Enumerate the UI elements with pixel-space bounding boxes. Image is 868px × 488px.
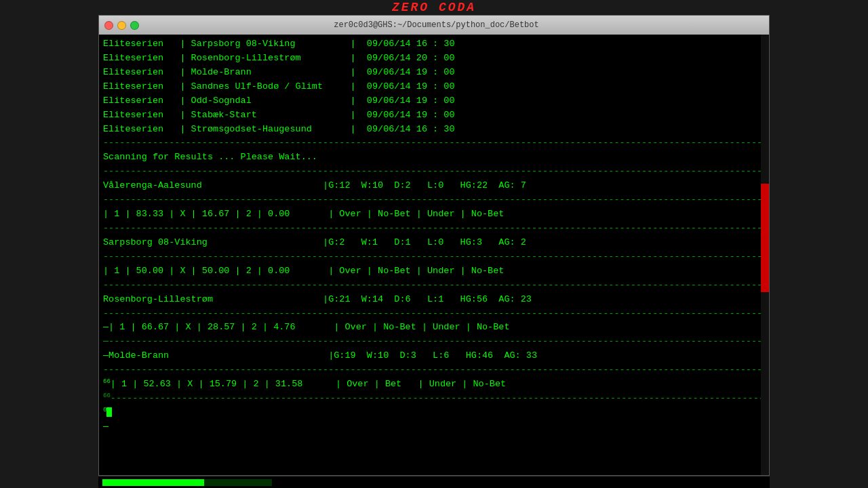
bottom-bar — [98, 476, 770, 488]
terminal-window: zer0c0d3@GHS:~/Documents/python_doc/Betb… — [98, 15, 770, 476]
zero-code-title: ZERO CODA — [392, 1, 476, 14]
terminal-cursor — [106, 407, 112, 417]
result-odds-3: ―| 1 | 66.67 | X | 28.57 | 2 | 4.76 | Ov… — [103, 321, 765, 335]
title-bar: zer0c0d3@GHS:~/Documents/python_doc/Betb… — [99, 16, 769, 35]
scrollbar-thumb[interactable] — [761, 184, 769, 292]
divider-10: 66--------------------------------------… — [103, 392, 765, 406]
match-row-4: Eliteserien | Sandnes Ulf-Bodø / Glimt |… — [103, 80, 765, 94]
divider-3: ----------------------------------------… — [103, 193, 765, 207]
divider-9: ----------------------------------------… — [103, 363, 765, 378]
divider-5: ----------------------------------------… — [103, 250, 765, 264]
match-row-2: Eliteserien | Rosenborg-Lillestrøm | 09/… — [103, 52, 765, 66]
scanning-text: Scanning for Results ... Please Wait... — [103, 150, 765, 165]
header-bar: ZERO CODA — [0, 0, 868, 15]
extra-line: ― — [103, 420, 765, 434]
progress-fill — [102, 479, 204, 486]
result-team-3: Rosenborg-Lillestrøm |G:21 W:14 D:6 L:1 … — [103, 293, 765, 307]
cursor-line: 0 — [103, 406, 765, 420]
terminal-title: zer0c0d3@GHS:~/Documents/python_doc/Betb… — [109, 20, 764, 30]
divider-4: ----------------------------------------… — [103, 222, 765, 236]
progress-bar — [102, 479, 272, 486]
terminal-content: Eliteserien | Sarpsborg 08-Viking | 09/0… — [99, 35, 769, 437]
result-odds-4: 66| 1 | 52.63 | X | 15.79 | 2 | 31.58 | … — [103, 378, 765, 392]
result-odds-2: | 1 | 50.00 | X | 50.00 | 2 | 0.00 | Ove… — [103, 264, 765, 279]
match-row-1: Eliteserien | Sarpsborg 08-Viking | 09/0… — [103, 37, 765, 52]
result-team-2: Sarpsborg 08-Viking |G:2 W:1 D:1 L:0 HG:… — [103, 236, 765, 250]
divider-8: ―---------------------------------------… — [103, 335, 765, 349]
divider-6: ----------------------------------------… — [103, 279, 765, 293]
result-team-4: ―Molde-Brann |G:19 W:10 D:3 L:6 HG:46 AG… — [103, 349, 765, 363]
divider-2: ----------------------------------------… — [103, 165, 765, 179]
scrollbar-track[interactable] — [761, 35, 769, 476]
result-odds-1: | 1 | 83.33 | X | 16.67 | 2 | 0.00 | Ove… — [103, 207, 765, 222]
match-row-3: Eliteserien | Molde-Brann | 09/06/14 19 … — [103, 66, 765, 80]
divider-7: ----------------------------------------… — [103, 307, 765, 321]
divider-1: ----------------------------------------… — [103, 136, 765, 150]
match-row-5: Eliteserien | Odd-Sogndal | 09/06/14 19 … — [103, 94, 765, 108]
match-row-6: Eliteserien | Stabæk-Start | 09/06/14 19… — [103, 108, 765, 123]
result-team-1: Vålerenga-Aalesund |G:12 W:10 D:2 L:0 HG… — [103, 179, 765, 193]
match-row-7: Eliteserien | Strømsgodset-Haugesund | 0… — [103, 123, 765, 137]
